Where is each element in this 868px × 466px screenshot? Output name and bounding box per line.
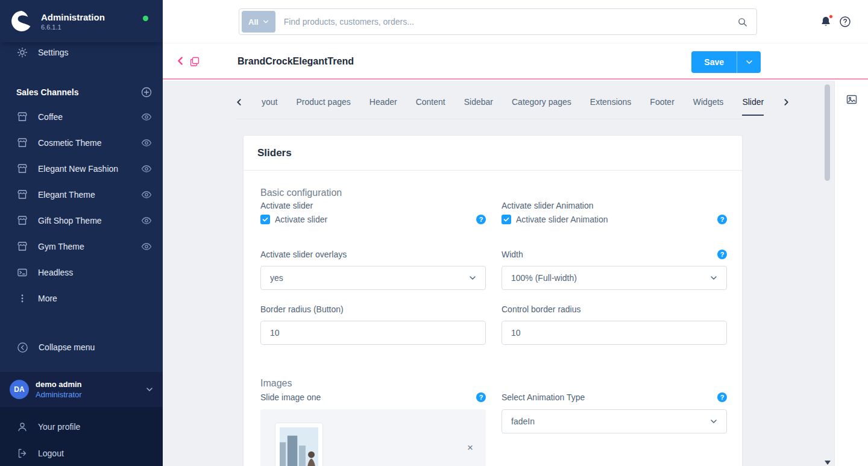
chevron-down-icon: [263, 19, 269, 25]
save-options-caret[interactable]: [737, 51, 761, 73]
tab-extensions[interactable]: Extensions: [590, 97, 631, 115]
eye-icon[interactable]: [141, 189, 152, 200]
form-column-left: Activate slider Activate slider ? Activa…: [260, 171, 486, 466]
sidebar-item-elegant-theme[interactable]: Elegant Theme: [0, 182, 163, 207]
content-area: yout Product pages Header Content Sideba…: [163, 81, 868, 466]
theme-module-icon[interactable]: [189, 56, 200, 67]
sales-channels-title: Sales Channels: [16, 87, 79, 97]
back-button[interactable]: [175, 56, 185, 66]
sidebar-item-headless[interactable]: Headless: [0, 260, 163, 285]
vertical-scrollbar[interactable]: [825, 82, 830, 465]
eye-icon[interactable]: [141, 215, 152, 226]
animation-type-select[interactable]: fadeIn: [502, 409, 727, 433]
eye-icon[interactable]: [141, 137, 152, 148]
avatar: DA: [10, 380, 29, 399]
tab-category-pages[interactable]: Category pages: [512, 97, 571, 115]
card-header: Sliders: [244, 136, 742, 171]
page-title: BrandCrockElegantTrend: [237, 56, 354, 67]
shopware-logo-icon: [10, 9, 34, 33]
check-icon: [503, 216, 509, 222]
sidebar-header: Administration 6.6.1.1: [0, 0, 163, 42]
card-body: Basic configuration Activate slider Acti…: [244, 171, 742, 466]
activate-slider-label-row: Activate slider: [260, 201, 486, 210]
tab-widgets[interactable]: Widgets: [693, 97, 724, 115]
logout-link[interactable]: Logout: [0, 441, 163, 466]
width-label-row: Width ?: [502, 250, 727, 259]
scroll-down-arrow[interactable]: [825, 461, 831, 465]
scrollbar-thumb[interactable]: [825, 84, 830, 181]
activate-animation-checkbox[interactable]: [502, 215, 511, 224]
user-menu[interactable]: DA demo admin Administrator: [0, 372, 163, 407]
help-tooltip-icon[interactable]: ?: [717, 392, 727, 402]
sidebar-item-cosmetic-theme[interactable]: Cosmetic Theme: [0, 130, 163, 156]
tab-slider[interactable]: Slider: [742, 97, 764, 116]
slide-image-dropzone[interactable]: ×: [260, 409, 486, 466]
topbar: All: [163, 0, 868, 43]
open-media-sidebar-button[interactable]: [846, 93, 858, 105]
field-label: Activate slider Animation: [502, 201, 594, 210]
overlays-select[interactable]: yes: [260, 266, 486, 290]
sidebar-item-gym-theme[interactable]: Gym Theme: [0, 234, 163, 259]
tabs-scroll-right-icon[interactable]: [782, 98, 790, 106]
tab-sidebar[interactable]: Sidebar: [464, 97, 493, 115]
storefront-icon: [17, 241, 28, 252]
sidebar-item-coffee[interactable]: Coffee: [0, 104, 163, 130]
help-tooltip-icon[interactable]: ?: [717, 250, 727, 259]
control-radius-label-row: Control border radius: [502, 304, 727, 314]
collapse-menu-button[interactable]: Collapse menu: [0, 335, 163, 360]
channel-label: More: [38, 294, 152, 303]
question-circle-icon: [839, 16, 851, 28]
global-search: All: [239, 8, 757, 35]
images-heading: Images: [260, 378, 486, 389]
sidebar: Administration 6.6.1.1 Settings Sales Ch…: [0, 0, 163, 466]
user-name: demo admin: [36, 380, 82, 389]
search-filter-dropdown[interactable]: All: [242, 11, 275, 33]
tab-product-pages[interactable]: Product pages: [296, 97, 350, 115]
border-radius-input[interactable]: [260, 321, 486, 345]
help-tooltip-icon[interactable]: ?: [476, 215, 486, 224]
app-title: Administration: [41, 12, 105, 23]
app-title-block: Administration 6.6.1.1: [41, 12, 105, 31]
tab-footer[interactable]: Footer: [650, 97, 674, 115]
width-select[interactable]: 100% (Full-width): [502, 266, 727, 290]
chevron-down-icon: [146, 386, 153, 393]
slide-image-thumbnail[interactable]: [275, 423, 323, 466]
eye-icon[interactable]: [141, 112, 152, 122]
field-label: Border radius (Button): [260, 304, 344, 314]
user-info: demo admin Administrator: [36, 380, 82, 399]
activate-slider-checkbox-row: Activate slider ?: [260, 215, 486, 224]
sidebar-item-more[interactable]: More: [0, 286, 163, 311]
overlays-label-row: Activate slider overlays: [260, 250, 486, 259]
admin-screen: Administration 6.6.1.1 Settings Sales Ch…: [0, 0, 868, 466]
search-icon[interactable]: [737, 17, 747, 27]
control-radius-input[interactable]: [502, 321, 727, 345]
storefront-icon: [17, 163, 28, 174]
eye-icon[interactable]: [141, 241, 152, 252]
tab-content[interactable]: Content: [416, 97, 445, 115]
sidebar-item-label: Settings: [38, 48, 152, 57]
help-button[interactable]: [839, 16, 851, 28]
sidebar-item-elegant-new-fashion[interactable]: Elegant New Fashion: [0, 156, 163, 181]
help-tooltip-icon[interactable]: ?: [717, 215, 727, 224]
save-button[interactable]: Save: [691, 51, 737, 73]
search-input[interactable]: [275, 17, 737, 27]
tab-header[interactable]: Header: [370, 97, 397, 115]
activate-animation-label-row: Activate slider Animation: [502, 201, 727, 210]
sidebar-item-settings[interactable]: Settings: [0, 40, 163, 65]
sliders-card: Sliders Basic configuration Activate sli…: [243, 135, 743, 466]
checkbox-label: Activate slider Animation: [516, 215, 608, 224]
channel-label: Gift Shop Theme: [38, 216, 131, 225]
remove-image-button[interactable]: ×: [464, 442, 476, 454]
notification-bell-button[interactable]: [820, 16, 832, 28]
field-label: Width: [502, 250, 523, 259]
add-sales-channel-icon[interactable]: [141, 87, 152, 98]
help-tooltip-icon[interactable]: ?: [476, 392, 486, 402]
tab-layout-clipped[interactable]: yout: [262, 97, 277, 115]
activate-slider-checkbox[interactable]: [260, 215, 270, 224]
channel-label: Elegant New Fashion: [38, 164, 131, 174]
your-profile-link[interactable]: Your profile: [0, 414, 163, 439]
tabs-scroll-left-icon[interactable]: [235, 98, 243, 106]
media-sidebar-rail: [834, 81, 868, 466]
sidebar-item-gift-shop-theme[interactable]: Gift Shop Theme: [0, 208, 163, 233]
eye-icon[interactable]: [141, 163, 152, 174]
